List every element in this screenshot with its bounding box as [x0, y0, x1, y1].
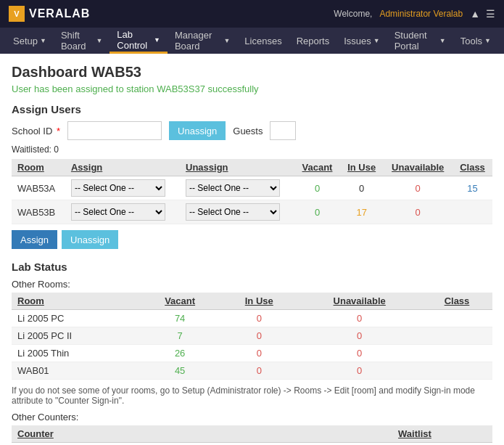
person-icon[interactable]: ▲	[470, 8, 480, 20]
lab-table-row: WAB01 45 0 0	[12, 362, 492, 380]
assign-select[interactable]: -- Select One --	[71, 179, 165, 197]
school-id-label: School ID *	[12, 126, 60, 136]
lab-unavailable-cell: 0	[297, 310, 421, 327]
logo-icon: V	[9, 6, 25, 22]
lab-in-use-cell: 0	[220, 362, 297, 380]
counter-col-waitlist: Waitlist	[337, 425, 492, 443]
lab-table-row: Li 2005 PC II 7 0 0	[12, 327, 492, 345]
unassign-action-button[interactable]: Unassign	[62, 230, 118, 249]
assign-select[interactable]: -- Select One --	[71, 203, 165, 221]
chevron-down-icon: ▼	[40, 37, 46, 44]
nav-manager-board[interactable]: Manager Board ▼	[168, 28, 237, 54]
page-title: Dashboard WAB53	[12, 64, 492, 81]
assign-room-cell: WAB53A	[12, 176, 65, 200]
lab-in-use-cell: 0	[220, 310, 297, 327]
nav-shift-board[interactable]: Shift Board ▼	[54, 28, 110, 54]
lab-room-cell: Li 2005 PC II	[12, 327, 139, 345]
menu-icon[interactable]: ☰	[486, 8, 495, 20]
lab-room-cell: Li 2005 Thin	[12, 345, 139, 362]
info-text: If you do not see some of your rooms, go…	[12, 385, 492, 406]
lab-col-in-use: In Use	[220, 293, 297, 310]
lab-in-use-cell: 0	[220, 327, 297, 345]
top-right: Welcome, Administrator Veralab ▲ ☰	[334, 8, 495, 20]
nav-lab-control[interactable]: Lab Control ▼	[110, 28, 168, 54]
lab-col-room: Room	[12, 293, 139, 310]
assign-users-title: Assign Users	[12, 103, 492, 115]
other-rooms-label: Other Rooms:	[12, 279, 492, 290]
lab-vacant-cell: 7	[139, 327, 220, 345]
lab-class-cell	[421, 327, 492, 345]
unassign-select[interactable]: -- Select One --	[186, 179, 280, 197]
assign-select-cell: -- Select One --	[65, 176, 180, 200]
logo-text: VERALAB	[29, 7, 90, 20]
class-cell: 15	[453, 176, 492, 200]
nav-setup[interactable]: Setup ▼	[6, 28, 54, 54]
assign-table: Room Assign Unassign Vacant In Use Unava…	[12, 159, 492, 224]
assign-action-button[interactable]: Assign	[12, 230, 57, 249]
logo-letter: V	[14, 9, 19, 18]
other-counters-label: Other Counters:	[12, 412, 492, 422]
counter-table-header: Counter Waitlist	[12, 425, 492, 443]
required-indicator: *	[57, 126, 60, 136]
vacant-cell: 0	[294, 200, 340, 224]
nav-student-portal[interactable]: Student Portal ▼	[387, 28, 453, 54]
col-in-use: In Use	[340, 159, 384, 176]
counter-waitlist-cell: 0	[337, 443, 492, 446]
header-icons: ▲ ☰	[470, 8, 495, 20]
nav-issues[interactable]: Issues ▼	[336, 28, 387, 54]
unassign-select[interactable]: -- Select One --	[186, 203, 280, 221]
main-nav: Setup ▼ Shift Board ▼ Lab Control ▼ Mana…	[0, 28, 504, 54]
lab-table-header: Room Vacant In Use Unavailable Class	[12, 293, 492, 310]
chevron-down-icon: ▼	[96, 37, 102, 44]
in-use-cell: 17	[340, 200, 384, 224]
lab-unavailable-cell: 0	[297, 362, 421, 380]
lab-class-cell	[421, 362, 492, 380]
lab-status-section: Lab Status Other Rooms: Room Vacant In U…	[12, 261, 492, 445]
chevron-down-icon: ▼	[154, 36, 160, 44]
col-vacant: Vacant	[294, 159, 340, 176]
col-room: Room	[12, 159, 65, 176]
school-id-input[interactable]	[67, 121, 162, 140]
logo: V VERALAB	[9, 6, 90, 22]
lab-col-unavailable: Unavailable	[297, 293, 421, 310]
col-unavailable: Unavailable	[383, 159, 453, 176]
chevron-down-icon: ▼	[373, 37, 380, 44]
assign-table-header: Room Assign Unassign Vacant In Use Unava…	[12, 159, 492, 176]
lab-status-table: Room Vacant In Use Unavailable Class Li …	[12, 293, 492, 380]
school-id-row: School ID * Unassign Guests	[12, 121, 492, 140]
col-unassign: Unassign	[180, 159, 294, 176]
unassign-button[interactable]: Unassign	[169, 121, 226, 140]
col-class: Class	[453, 159, 492, 176]
counters-table: Counter Waitlist Circulation 0 Learning …	[12, 425, 492, 445]
guests-input[interactable]	[270, 121, 296, 140]
lab-table-row: Li 2005 Thin 26 0 0	[12, 345, 492, 362]
lab-unavailable-cell: 0	[297, 327, 421, 345]
guests-label: Guests	[233, 126, 263, 136]
top-bar: V VERALAB Welcome, Administrator Veralab…	[0, 0, 504, 28]
class-cell	[453, 200, 492, 224]
vacant-cell: 0	[294, 176, 340, 200]
lab-col-vacant: Vacant	[139, 293, 220, 310]
welcome-text: Welcome,	[334, 9, 372, 19]
assign-room-cell: WAB53B	[12, 200, 65, 224]
lab-status-title: Lab Status	[12, 261, 492, 273]
lab-unavailable-cell: 0	[297, 345, 421, 362]
lab-class-cell	[421, 310, 492, 327]
assign-select-cell: -- Select One --	[65, 200, 180, 224]
lab-vacant-cell: 26	[139, 345, 220, 362]
lab-vacant-cell: 74	[139, 310, 220, 327]
chevron-down-icon: ▼	[484, 37, 491, 44]
lab-room-cell: Li 2005 PC	[12, 310, 139, 327]
assign-table-row: WAB53A -- Select One -- -- Select One --…	[12, 176, 492, 200]
nav-tools[interactable]: Tools ▼	[453, 28, 498, 54]
lab-vacant-cell: 45	[139, 362, 220, 380]
nav-reports[interactable]: Reports	[289, 28, 337, 54]
counter-name-cell: Circulation	[12, 443, 337, 446]
in-use-cell: 0	[340, 176, 384, 200]
unassign-select-cell: -- Select One --	[180, 176, 294, 200]
lab-class-cell	[421, 345, 492, 362]
counter-col-name: Counter	[12, 425, 337, 443]
main-content: Dashboard WAB53 User has been assigned t…	[0, 54, 504, 445]
nav-licenses[interactable]: Licenses	[237, 28, 289, 54]
action-buttons: Assign Unassign	[12, 230, 492, 249]
